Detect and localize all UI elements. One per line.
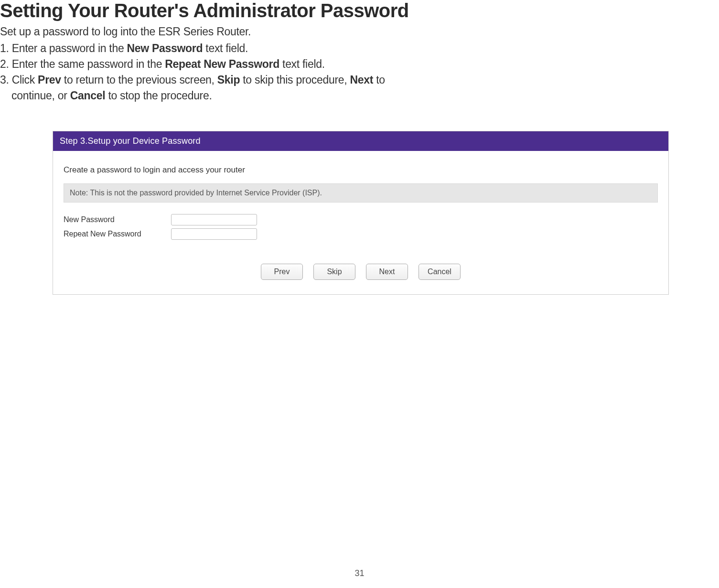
step-1-bold: New Password (127, 42, 203, 54)
prev-button[interactable]: Prev (261, 264, 303, 280)
intro-text: Set up a password to log into the ESR Se… (0, 25, 719, 38)
cancel-button[interactable]: Cancel (419, 264, 461, 280)
page-title: Setting Your Router's Administrator Pass… (0, 0, 719, 21)
wizard-button-row: Prev Skip Next Cancel (64, 264, 658, 280)
page-number: 31 (354, 568, 364, 578)
step-3-mid1: to return to the previous screen, (61, 74, 217, 86)
wizard-instruction: Create a password to login and access yo… (64, 165, 658, 175)
repeat-password-input[interactable] (171, 228, 257, 240)
step-2-bold: Repeat New Password (165, 58, 279, 70)
step-2-post: text field. (279, 58, 325, 70)
step-2: 2. Enter the same password in the Repeat… (0, 58, 719, 71)
step-3-mid3: to (373, 74, 385, 86)
step-3-cont-post: to stop the procedure. (105, 89, 212, 102)
new-password-label: New Password (64, 215, 171, 224)
step-3-continue: continue, or Cancel to stop the procedur… (11, 89, 719, 102)
skip-button[interactable]: Skip (313, 264, 355, 280)
step-3-b2: Skip (217, 74, 240, 86)
next-button[interactable]: Next (366, 264, 408, 280)
step-3-b3: Next (350, 74, 373, 86)
repeat-password-row: Repeat New Password (64, 228, 658, 240)
wizard-note: Note: This is not the password provided … (64, 183, 658, 203)
wizard-panel: Step 3.Setup your Device Password Create… (53, 131, 669, 295)
new-password-input[interactable] (171, 214, 257, 225)
step-3-b1: Prev (38, 74, 61, 86)
step-1: 1. Enter a password in the New Password … (0, 42, 719, 55)
wizard-body: Create a password to login and access yo… (53, 151, 668, 294)
step-3-pre: 3. Click (0, 74, 38, 86)
new-password-row: New Password (64, 214, 658, 225)
step-3-mid2: to skip this procedure, (240, 74, 350, 86)
repeat-password-label: Repeat New Password (64, 230, 171, 238)
step-2-pre: 2. Enter the same password in the (0, 58, 165, 70)
step-3: 3. Click Prev to return to the previous … (0, 74, 719, 86)
step-3-cont-pre: continue, or (11, 89, 70, 102)
wizard-step-header: Step 3.Setup your Device Password (53, 131, 668, 151)
step-1-pre: 1. Enter a password in the (0, 42, 127, 54)
step-3-b4: Cancel (70, 89, 106, 102)
step-1-post: text field. (203, 42, 248, 54)
